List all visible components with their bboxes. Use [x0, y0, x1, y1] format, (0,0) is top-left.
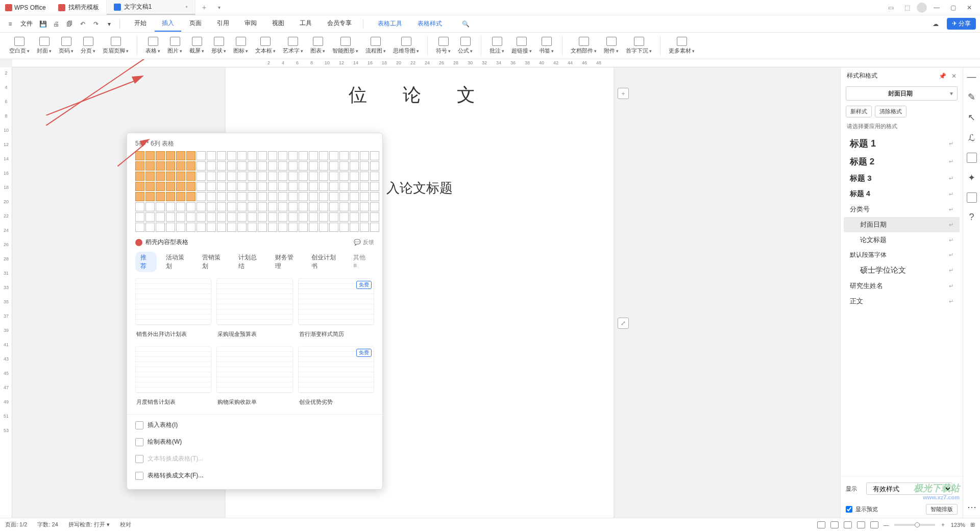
- ribbon-封面[interactable]: 封面: [34, 36, 55, 56]
- grid-cell[interactable]: [309, 161, 318, 171]
- grid-cell[interactable]: [237, 223, 247, 232]
- category-推荐[interactable]: 推荐: [135, 252, 157, 272]
- grid-cell[interactable]: [309, 202, 318, 211]
- avatar-icon[interactable]: [917, 3, 927, 13]
- grid-cell[interactable]: [278, 212, 287, 222]
- grid-cell[interactable]: [258, 202, 267, 211]
- grid-cell[interactable]: [217, 151, 226, 160]
- grid-cell[interactable]: [268, 172, 277, 181]
- grid-cell[interactable]: [135, 151, 144, 160]
- tab-list-button[interactable]: ▾: [213, 5, 226, 10]
- cloud-sync-icon[interactable]: ☁: [929, 18, 942, 30]
- grid-cell[interactable]: [186, 192, 195, 201]
- grid-cell[interactable]: [166, 202, 175, 211]
- ribbon-智能图形[interactable]: 智能图形: [329, 36, 361, 56]
- grid-cell[interactable]: [135, 161, 144, 171]
- grid-cell[interactable]: [339, 202, 349, 211]
- grid-cell[interactable]: [227, 223, 236, 232]
- grid-cell[interactable]: [268, 182, 277, 191]
- grid-cell[interactable]: [329, 172, 338, 181]
- grid-cell[interactable]: [268, 161, 277, 171]
- grid-cell[interactable]: [207, 172, 216, 181]
- grid-cell[interactable]: [360, 223, 369, 232]
- table-option[interactable]: 绘制表格(W): [127, 433, 382, 450]
- search-icon[interactable]: 🔍: [459, 18, 472, 30]
- grid-cell[interactable]: [135, 192, 144, 201]
- grid-cell[interactable]: [350, 202, 359, 211]
- grid-cell[interactable]: [329, 223, 338, 232]
- grid-cell[interactable]: [360, 172, 369, 181]
- grid-cell[interactable]: [227, 202, 236, 211]
- grid-cell[interactable]: [237, 151, 247, 160]
- ribbon-图标[interactable]: 图标: [230, 36, 251, 56]
- ribbon-首字下沉[interactable]: 首字下沉: [623, 36, 655, 56]
- ribbon-批注[interactable]: 批注: [486, 36, 507, 56]
- grid-cell[interactable]: [176, 151, 185, 160]
- current-style-select[interactable]: 封面日期▾: [846, 86, 958, 101]
- category-创业计划书[interactable]: 创业计划书: [306, 252, 344, 272]
- view-print-icon[interactable]: [817, 521, 825, 528]
- table-option[interactable]: 插入表格(I): [127, 417, 382, 433]
- grid-cell[interactable]: [197, 172, 206, 181]
- grid-cell[interactable]: [166, 212, 175, 222]
- template-thumb[interactable]: [135, 346, 211, 393]
- tools-icon[interactable]: ✦: [968, 172, 975, 183]
- style-item[interactable]: 分类号↵: [844, 202, 960, 217]
- grid-cell[interactable]: [176, 172, 185, 181]
- grid-cell[interactable]: [370, 161, 379, 171]
- print-preview-icon[interactable]: 🗐: [63, 18, 76, 30]
- grid-cell[interactable]: [258, 192, 267, 201]
- zoom-in-button[interactable]: ＋: [940, 521, 946, 528]
- grid-cell[interactable]: [166, 172, 175, 181]
- grid-cell[interactable]: [207, 151, 216, 160]
- grid-cell[interactable]: [186, 212, 195, 222]
- clear-format-button[interactable]: 清除格式: [875, 106, 906, 117]
- grid-cell[interactable]: [339, 192, 349, 201]
- pin-icon[interactable]: 📌: [939, 73, 946, 80]
- grid-cell[interactable]: [166, 223, 175, 232]
- ribbon-更多素材[interactable]: 更多素材: [666, 36, 698, 56]
- grid-cell[interactable]: [237, 192, 247, 201]
- grid-cell[interactable]: [145, 192, 155, 201]
- grid-cell[interactable]: [268, 192, 277, 201]
- category-财务管理[interactable]: 财务管理: [270, 252, 302, 272]
- collapse-sidebar-icon[interactable]: —: [967, 71, 976, 82]
- grid-cell[interactable]: [278, 223, 287, 232]
- ribbon-附件[interactable]: 附件: [601, 36, 622, 56]
- grid-cell[interactable]: [145, 172, 155, 181]
- layers-icon[interactable]: [967, 153, 977, 163]
- grid-cell[interactable]: [339, 212, 349, 222]
- menu-tab-页面[interactable]: 页面: [182, 16, 209, 32]
- grid-cell[interactable]: [217, 223, 226, 232]
- grid-cell[interactable]: [370, 192, 379, 201]
- grid-cell[interactable]: [248, 161, 257, 171]
- tab-document[interactable]: 文字文稿1 •: [107, 0, 195, 15]
- grid-cell[interactable]: [268, 223, 277, 232]
- grid-cell[interactable]: [197, 161, 206, 171]
- grid-cell[interactable]: [207, 182, 216, 191]
- grid-cell[interactable]: [207, 212, 216, 222]
- grid-cell[interactable]: [350, 161, 359, 171]
- grid-cell[interactable]: [186, 182, 195, 191]
- grid-cell[interactable]: [227, 172, 236, 181]
- ribbon-公式[interactable]: 公式: [455, 36, 476, 56]
- grid-cell[interactable]: [197, 151, 206, 160]
- grid-cell[interactable]: [319, 161, 328, 171]
- expand-handle[interactable]: ⤢: [618, 318, 629, 329]
- ribbon-思维导图[interactable]: 思维导图: [390, 36, 422, 56]
- save-icon[interactable]: 💾: [37, 18, 49, 30]
- grid-cell[interactable]: [217, 182, 226, 191]
- grid-cell[interactable]: [156, 192, 165, 201]
- grid-cell[interactable]: [237, 161, 247, 171]
- menu-tab-视图[interactable]: 视图: [265, 16, 291, 32]
- more-sidebar-icon[interactable]: ⋯: [967, 501, 976, 513]
- grid-cell[interactable]: [350, 192, 359, 201]
- template-thumb[interactable]: [216, 278, 292, 325]
- print-icon[interactable]: 🖨: [50, 18, 62, 30]
- grid-cell[interactable]: [258, 172, 267, 181]
- grid-cell[interactable]: [248, 172, 257, 181]
- edit-pencil-icon[interactable]: ✎: [968, 91, 975, 103]
- grid-cell[interactable]: [145, 212, 155, 222]
- grid-cell[interactable]: [339, 161, 349, 171]
- grid-cell[interactable]: [309, 192, 318, 201]
